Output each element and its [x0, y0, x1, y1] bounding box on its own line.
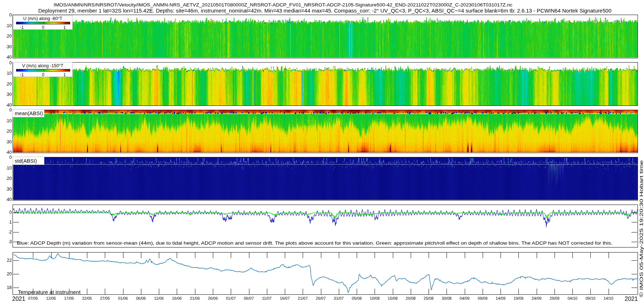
svg-text:Blue: ADCP Depth (m) variation: Blue: ADCP Depth (m) variation from sens…	[17, 240, 613, 246]
svg-text:Deployment 29, member 1 lat=32: Deployment 29, member 1 lat=32S lon=115.…	[38, 8, 611, 14]
svg-text:IMOS/ANMN/NRS/NRSROT/Velocity/: IMOS/ANMN/NRS/NRSROT/Velocity/IMOS_ANMN-…	[54, 2, 512, 8]
svg-text:© IMOS 05-May-2025 19:20:30 Ho: © IMOS 05-May-2025 19:20:30 Hobart time	[639, 160, 644, 297]
